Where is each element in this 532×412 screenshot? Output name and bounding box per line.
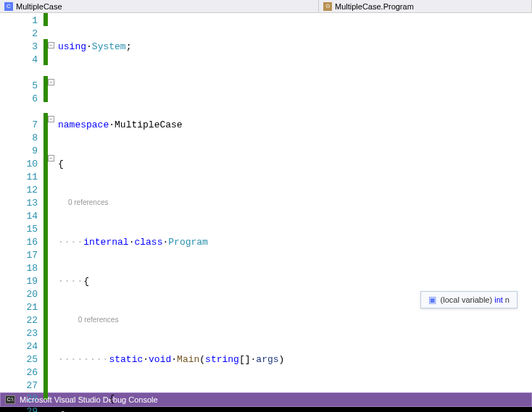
line-number-gutter: 1234 56 78910111213141516171819202122232…	[0, 13, 43, 392]
scope-dropdown-left[interactable]: C MultipleCase	[0, 0, 319, 12]
console-icon: C:\	[5, 395, 15, 404]
fold-icon[interactable]: −	[48, 79, 54, 85]
scope-right-label: MultipleCase.Program	[335, 2, 414, 11]
cs-file-icon: C	[4, 2, 13, 11]
code-editor[interactable]: 1234 56 78910111213141516171819202122232…	[0, 13, 532, 392]
breadcrumb-bar: C MultipleCase ⊙ MultipleCase.Program	[0, 0, 532, 13]
method-icon: ⊙	[323, 2, 332, 11]
intellisense-tooltip: ▣ (local variable) int n	[420, 291, 518, 308]
code-content[interactable]: using·System; namespace·MultipleCase { 0…	[58, 13, 532, 392]
codelens-link[interactable]: 0 references	[68, 198, 109, 206]
scope-left-label: MultipleCase	[16, 2, 62, 11]
codelens-link[interactable]: 0 references	[78, 316, 119, 324]
outline-column[interactable]: − − − −	[48, 13, 58, 392]
fold-icon[interactable]: −	[48, 155, 54, 161]
scope-dropdown-right[interactable]: ⊙ MultipleCase.Program	[319, 0, 532, 12]
variable-icon: ▣	[428, 295, 436, 305]
fold-icon[interactable]: −	[48, 42, 54, 49]
fold-icon[interactable]: −	[48, 116, 54, 122]
